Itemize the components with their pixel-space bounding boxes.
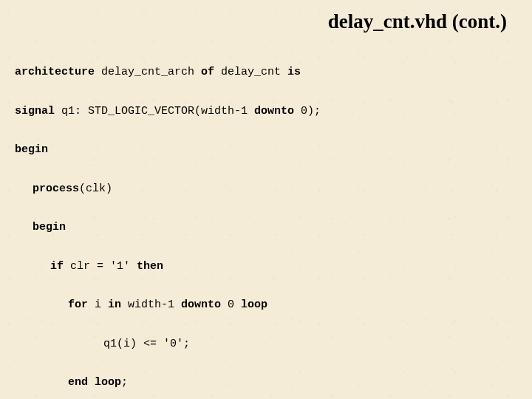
code-line: q1(i) <= '0'; — [15, 335, 514, 354]
code-text: delay_cnt_arch — [95, 66, 201, 78]
keyword: loop — [95, 376, 121, 389]
code-block: architecture delay_cnt_arch of delay_cnt… — [15, 44, 514, 399]
keyword: in — [108, 299, 121, 311]
code-text — [88, 376, 95, 389]
keyword: downto — [254, 105, 294, 117]
code-text: 0); — [294, 105, 321, 117]
slide: delay_cnt.vhd (cont.) architecture delay… — [0, 0, 532, 399]
slide-title: delay_cnt.vhd (cont.) — [15, 10, 507, 33]
code-line: end loop; — [15, 373, 514, 392]
code-line: for i in width-1 downto 0 loop — [15, 296, 514, 315]
code-line: signal q1: STD_LOGIC_VECTOR(width-1 down… — [15, 102, 514, 121]
keyword: end — [68, 376, 88, 389]
keyword: if — [50, 260, 64, 273]
code-text: 0 — [221, 299, 241, 311]
code-text: i — [88, 299, 108, 311]
keyword: architecture — [15, 66, 95, 78]
keyword: signal — [15, 105, 55, 117]
keyword: begin — [15, 143, 48, 156]
keyword: process — [33, 183, 79, 195]
code-line: architecture delay_cnt_arch of delay_cnt… — [15, 63, 514, 82]
keyword: is — [287, 66, 301, 78]
code-text: width-1 — [121, 299, 181, 311]
code-line: process(clk) — [15, 180, 514, 199]
code-line: begin — [15, 218, 514, 237]
code-text: q1: STD_LOGIC_VECTOR(width-1 — [55, 105, 254, 117]
keyword: then — [137, 260, 163, 273]
code-line: if clr = '1' then — [15, 257, 514, 276]
keyword: for — [68, 299, 88, 311]
code-text: (clk) — [79, 183, 112, 195]
code-text: delay_cnt — [214, 66, 287, 78]
keyword: begin — [33, 221, 66, 233]
keyword: loop — [241, 299, 267, 311]
code-line: begin — [15, 140, 514, 160]
keyword: of — [201, 66, 214, 78]
code-text: q1(i) <= '0'; — [103, 338, 190, 350]
keyword: downto — [181, 299, 221, 311]
code-text: ; — [121, 376, 128, 389]
code-text: clr = '1' — [64, 260, 137, 273]
